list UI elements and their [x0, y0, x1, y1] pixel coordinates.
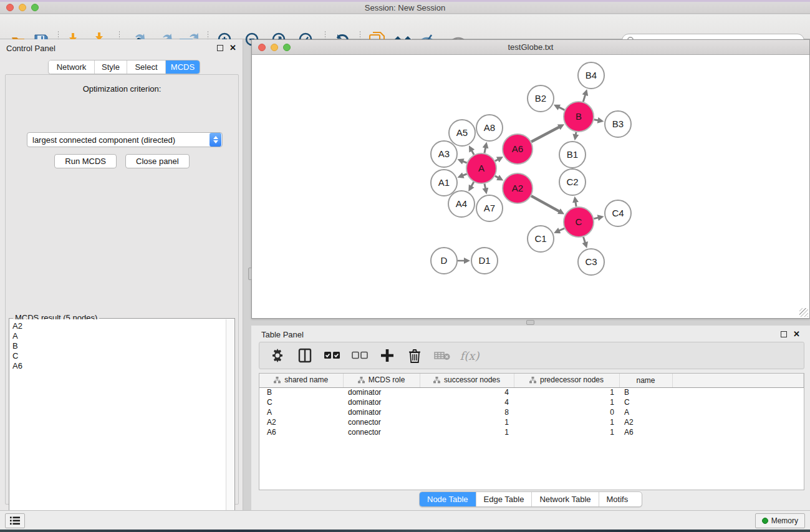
- svg-text:C3: C3: [585, 256, 597, 267]
- graph-node-A[interactable]: A: [466, 153, 496, 183]
- result-list-scrollbar[interactable]: [226, 319, 234, 532]
- graph-node-A8[interactable]: A8: [476, 115, 503, 141]
- tab-select[interactable]: Select: [127, 60, 166, 74]
- tab-motifs[interactable]: Motifs: [599, 492, 636, 506]
- run-mcds-button[interactable]: Run MCDS: [54, 154, 117, 168]
- graph-edge[interactable]: [485, 147, 486, 153]
- select-all-columns-button[interactable]: [323, 346, 342, 365]
- graph-edge[interactable]: [531, 127, 559, 142]
- graph-node-A4[interactable]: A4: [448, 191, 475, 217]
- graph-edge[interactable]: [463, 174, 467, 176]
- graph-edge[interactable]: [495, 160, 498, 162]
- graph-node-D1[interactable]: D1: [471, 248, 498, 274]
- column-header-shared-name[interactable]: shared name: [259, 374, 343, 387]
- resize-grip[interactable]: [799, 308, 808, 317]
- graph-node-C[interactable]: C: [564, 207, 594, 237]
- delete-column-button[interactable]: [405, 346, 424, 365]
- graph-node-C3[interactable]: C3: [578, 249, 604, 275]
- graph-node-A3[interactable]: A3: [431, 141, 457, 167]
- graph-edge[interactable]: [463, 162, 467, 163]
- tab-mcds[interactable]: MCDS: [166, 60, 200, 74]
- svg-text:A3: A3: [438, 148, 450, 159]
- graph-node-A7[interactable]: A7: [476, 195, 503, 221]
- graph-node-A5[interactable]: A5: [449, 120, 475, 146]
- table-settings-button[interactable]: [268, 346, 287, 365]
- svg-text:C2: C2: [566, 177, 578, 187]
- graph-node-B4[interactable]: B4: [578, 62, 604, 89]
- graph-node-A2[interactable]: A2: [503, 173, 533, 203]
- graph-node-C2[interactable]: C2: [559, 169, 586, 195]
- graph-node-B3[interactable]: B3: [605, 111, 631, 137]
- graph-node-C4[interactable]: C4: [605, 200, 631, 226]
- float-table-panel-icon[interactable]: [781, 331, 787, 337]
- svg-text:A5: A5: [456, 127, 468, 138]
- graph-edge[interactable]: [531, 196, 559, 211]
- graph-edge[interactable]: [471, 150, 474, 155]
- close-panel-button[interactable]: Close panel: [125, 154, 190, 168]
- graph-edge[interactable]: [559, 228, 564, 231]
- result-item[interactable]: A2: [12, 321, 223, 331]
- graph-edge[interactable]: [594, 218, 598, 219]
- graph-node-A1[interactable]: A1: [431, 170, 457, 196]
- task-history-button[interactable]: [5, 513, 25, 528]
- result-item[interactable]: A: [12, 331, 223, 341]
- graph-node-D[interactable]: D: [431, 248, 457, 274]
- svg-text:A6: A6: [512, 143, 523, 154]
- close-table-panel-icon[interactable]: ✕: [793, 331, 800, 337]
- table-row[interactable]: Cdominator41C: [259, 397, 804, 407]
- graph-edge[interactable]: [594, 120, 599, 120]
- fx-icon: f(x): [460, 349, 480, 362]
- memory-button[interactable]: Memory: [755, 513, 805, 528]
- tab-edge-table[interactable]: Edge Table: [476, 492, 533, 506]
- result-item[interactable]: A6: [12, 361, 223, 371]
- graph-edge[interactable]: [485, 184, 486, 189]
- graph-edge[interactable]: [584, 237, 586, 243]
- graph-node-C1[interactable]: C1: [528, 226, 554, 252]
- show-columns-button[interactable]: [296, 346, 314, 365]
- column-header-predecessor-nodes[interactable]: predecessor nodes: [514, 374, 619, 387]
- close-panel-icon[interactable]: ✕: [229, 45, 236, 51]
- network-canvas[interactable]: B4B2BB3A5A8A6A3B1AA1C2A2A4A7C4CC1C3DD1: [252, 56, 809, 318]
- svg-text:A1: A1: [438, 177, 450, 188]
- svg-text:B1: B1: [567, 149, 578, 160]
- function-builder-button[interactable]: f(x): [460, 346, 479, 365]
- table-body: Bdominator41BCdominator41CAdominator80AA…: [259, 387, 804, 437]
- delete-table-button[interactable]: [433, 346, 451, 365]
- table-row[interactable]: Bdominator41B: [259, 387, 804, 397]
- svg-text:A7: A7: [484, 203, 495, 213]
- create-column-button[interactable]: [378, 346, 397, 365]
- graph-edge[interactable]: [495, 176, 499, 178]
- svg-text:B: B: [576, 111, 582, 122]
- vertical-scrollbar-thumb[interactable]: [248, 268, 252, 280]
- control-panel: Control Panel ✕ Network Style Select MCD…: [0, 39, 243, 510]
- graph-node-B2[interactable]: B2: [528, 85, 554, 112]
- tab-node-table[interactable]: Node Table: [420, 492, 476, 506]
- column-header-name[interactable]: name: [619, 374, 672, 387]
- graph-edge[interactable]: [583, 95, 585, 102]
- tab-network-table[interactable]: Network Table: [532, 492, 599, 506]
- unchecked-boxes-icon: [352, 351, 368, 360]
- graph-edge[interactable]: [471, 182, 474, 186]
- table-row[interactable]: A6connector11A6: [259, 427, 804, 437]
- graph-edge[interactable]: [559, 107, 565, 110]
- graph-edge[interactable]: [576, 132, 576, 135]
- network-window-title-bar: testGlobe.txt: [252, 40, 809, 55]
- graph-node-B[interactable]: B: [564, 102, 594, 132]
- graph-node-B1[interactable]: B1: [559, 142, 586, 168]
- table-panel-header: Table Panel ✕: [251, 326, 810, 343]
- horizontal-scrollbar-thumb[interactable]: [526, 320, 534, 325]
- column-header-mcds-role[interactable]: MCDS role: [343, 374, 420, 387]
- tab-style[interactable]: Style: [95, 60, 127, 74]
- tab-network[interactable]: Network: [49, 60, 95, 74]
- criterion-select[interactable]: largest connected component (directed): [27, 132, 223, 147]
- table-row[interactable]: Adominator80A: [259, 407, 804, 417]
- float-panel-icon[interactable]: [217, 45, 223, 51]
- result-item[interactable]: B: [12, 341, 223, 351]
- result-item[interactable]: C: [12, 351, 223, 361]
- deselect-all-columns-button[interactable]: [350, 346, 369, 365]
- graph-edge[interactable]: [576, 202, 576, 207]
- table-row[interactable]: A2connector11A2: [259, 417, 804, 427]
- graph-node-A6[interactable]: A6: [503, 134, 533, 164]
- column-header-successor-nodes[interactable]: successor nodes: [420, 374, 514, 387]
- mcds-result-list[interactable]: A2ABCA6: [10, 319, 226, 532]
